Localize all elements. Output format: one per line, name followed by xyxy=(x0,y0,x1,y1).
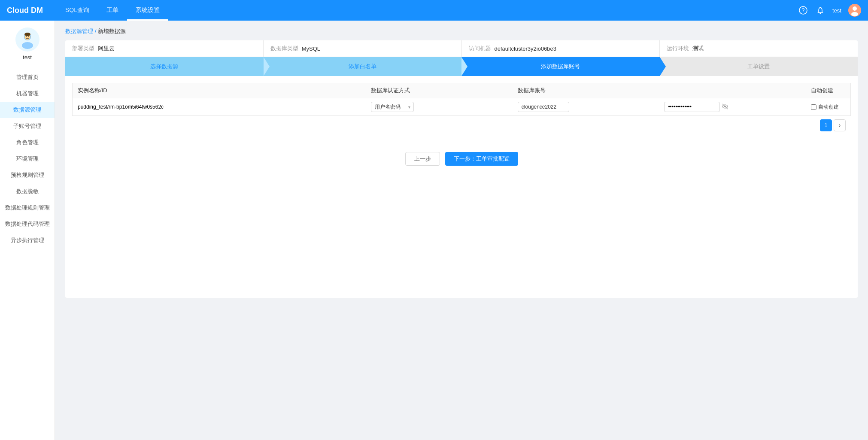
top-nav: Cloud DM SQL查询 工单 系统设置 ? test xyxy=(0,0,868,21)
step-3-label: 添加数据库账号 xyxy=(541,63,580,70)
nav-sql[interactable]: SQL查询 xyxy=(57,0,98,21)
page-next-btn[interactable]: › xyxy=(834,119,846,131)
sidebar: test 管理首页 机器管理 数据源管理 子账号管理 角色管理 环境管理 预检规… xyxy=(0,21,55,440)
info-db-type: 数据库类型 MySQL xyxy=(264,40,462,57)
info-machine-label: 访问机器 xyxy=(469,45,491,52)
btn-area: 上一步 下一步：工单审批配置 xyxy=(65,142,858,176)
svg-point-10 xyxy=(26,36,27,37)
step-1: 选择数据源 xyxy=(65,57,264,76)
account-input[interactable] xyxy=(518,102,569,112)
page-btn-1[interactable]: 1 xyxy=(820,119,832,131)
sidebar-avatar xyxy=(15,27,39,52)
sidebar-username: test xyxy=(23,54,32,61)
sidebar-item-environment[interactable]: 环境管理 xyxy=(0,151,55,167)
info-deploy-label: 部署类型 xyxy=(72,45,94,52)
next-button[interactable]: 下一步：工单审批配置 xyxy=(445,152,518,166)
svg-point-5 xyxy=(851,12,858,16)
info-deploy-value: 阿里云 xyxy=(98,45,115,52)
info-machine: 访问机器 defaultcluster3y2io06be3 xyxy=(462,40,660,57)
auto-create-cell: 自动创建 xyxy=(811,103,845,111)
svg-point-2 xyxy=(820,13,821,14)
main-card: 部署类型 阿里云 数据库类型 MySQL 访问机器 defaultcluster… xyxy=(65,40,858,298)
breadcrumb-separator: / xyxy=(95,28,98,34)
col-password-header xyxy=(664,87,811,94)
col-auto-header: 自动创建 xyxy=(811,87,845,94)
svg-point-4 xyxy=(853,6,857,11)
col-auth-header: 数据库认证方式 xyxy=(371,87,518,94)
app-logo: Cloud DM xyxy=(7,6,43,15)
info-env-label: 运行环境 xyxy=(667,45,689,52)
nav-workorder[interactable]: 工单 xyxy=(98,0,127,21)
col-instance-header: 实例名称/ID xyxy=(78,87,371,94)
account-cell xyxy=(518,102,665,112)
svg-text:?: ? xyxy=(802,7,805,13)
info-db-label: 数据库类型 xyxy=(270,45,298,52)
step-1-label: 选择数据源 xyxy=(150,63,178,70)
auth-method-select-wrapper: 用户名密码 xyxy=(371,102,414,112)
nav-items: SQL查询 工单 系统设置 xyxy=(57,0,798,21)
pagination: 1 › xyxy=(72,116,851,135)
layout: test 管理首页 机器管理 数据源管理 子账号管理 角色管理 环境管理 预检规… xyxy=(0,21,868,440)
svg-point-11 xyxy=(28,36,29,37)
svg-point-12 xyxy=(24,33,30,36)
info-env: 运行环境 测试 xyxy=(660,40,858,57)
breadcrumb-parent[interactable]: 数据源管理 xyxy=(65,28,93,34)
nav-settings[interactable]: 系统设置 xyxy=(127,0,168,21)
svg-point-8 xyxy=(22,42,33,49)
avatar[interactable] xyxy=(848,4,861,17)
prev-button[interactable]: 上一步 xyxy=(405,152,440,166)
sidebar-item-precheck[interactable]: 预检规则管理 xyxy=(0,167,55,183)
password-wrapper xyxy=(664,102,811,112)
sidebar-item-admin-home[interactable]: 管理首页 xyxy=(0,69,55,85)
table-header: 实例名称/ID 数据库认证方式 数据库账号 自动创建 xyxy=(72,83,851,98)
auto-create-label: 自动创建 xyxy=(818,103,839,111)
sidebar-item-role[interactable]: 角色管理 xyxy=(0,134,55,151)
step-2: 添加白名单 xyxy=(264,57,462,76)
table-body: pudding_test/rm-bp1om5i64tw0s562c 用户名密码 xyxy=(72,98,851,116)
col-account-header: 数据库账号 xyxy=(518,87,665,94)
step-2-label: 添加白名单 xyxy=(349,63,376,70)
auth-method-select[interactable]: 用户名密码 xyxy=(371,102,414,112)
sidebar-menu: 管理首页 机器管理 数据源管理 子账号管理 角色管理 环境管理 预检规则管理 数… xyxy=(0,69,55,249)
help-icon[interactable]: ? xyxy=(798,5,808,15)
info-db-value: MySQL xyxy=(302,46,320,52)
sidebar-item-datasource[interactable]: 数据源管理 xyxy=(0,102,55,118)
info-env-value: 测试 xyxy=(692,45,704,52)
info-deploy-type: 部署类型 阿里云 xyxy=(65,40,264,57)
step-4-label: 工单设置 xyxy=(747,63,770,70)
username-label: test xyxy=(832,7,841,14)
nav-right: ? test xyxy=(798,4,861,17)
sidebar-item-async-exec[interactable]: 异步执行管理 xyxy=(0,232,55,249)
table-section: 实例名称/ID 数据库认证方式 数据库账号 自动创建 pudding_test/… xyxy=(65,76,858,142)
info-bar: 部署类型 阿里云 数据库类型 MySQL 访问机器 defaultcluster… xyxy=(65,40,858,57)
sidebar-item-masking[interactable]: 数据脱敏 xyxy=(0,183,55,200)
instance-name: pudding_test/rm-bp1om5i64tw0s562c xyxy=(78,104,371,110)
steps-bar: 选择数据源 添加白名单 添加数据库账号 工单设置 xyxy=(65,57,858,76)
sidebar-item-data-process-rule[interactable]: 数据处理规则管理 xyxy=(0,200,55,216)
password-cell xyxy=(664,102,811,112)
table-row: pudding_test/rm-bp1om5i64tw0s562c 用户名密码 xyxy=(73,98,850,115)
step-3: 添加数据库账号 xyxy=(461,57,660,76)
sidebar-item-data-process-code[interactable]: 数据处理代码管理 xyxy=(0,216,55,232)
eye-icon[interactable] xyxy=(722,103,728,111)
info-machine-value: defaultcluster3y2io06be3 xyxy=(495,46,557,52)
main-content: test_12345678 test_12345678 test_1234567… xyxy=(55,21,868,440)
auto-create-wrapper: 自动创建 xyxy=(811,103,845,111)
auth-method-cell: 用户名密码 xyxy=(371,102,518,112)
sidebar-item-subaccount[interactable]: 子账号管理 xyxy=(0,118,55,134)
auto-create-checkbox[interactable] xyxy=(811,104,816,110)
step-4: 工单设置 xyxy=(660,57,858,76)
breadcrumb-current: 新增数据源 xyxy=(98,28,126,34)
password-input[interactable] xyxy=(664,102,720,112)
sidebar-item-machine[interactable]: 机器管理 xyxy=(0,85,55,102)
breadcrumb: 数据源管理 / 新增数据源 xyxy=(65,27,858,35)
bell-icon[interactable] xyxy=(815,5,826,15)
